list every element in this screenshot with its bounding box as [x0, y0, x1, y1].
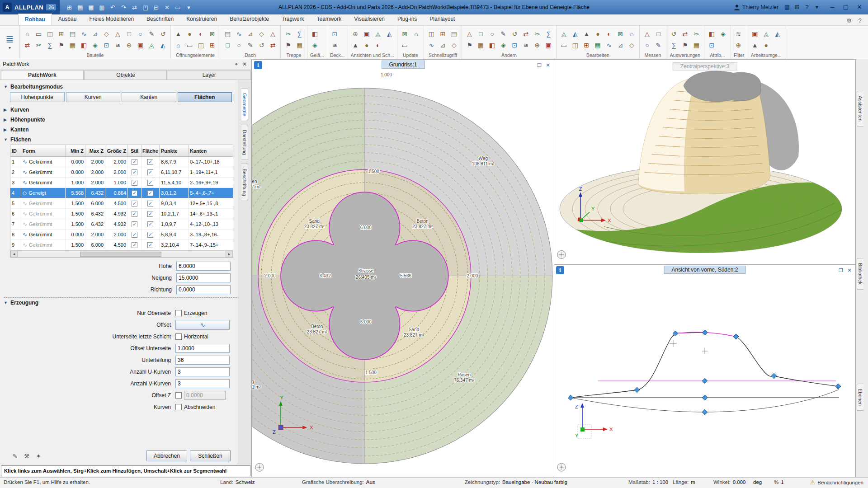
ribbon-tool-icon[interactable]: ⊿: [437, 40, 448, 51]
ribbon-tool-icon[interactable]: ▣: [543, 40, 554, 51]
ribbon-tool-icon[interactable]: ✂: [33, 40, 44, 51]
ribbon-tool-icon[interactable]: ◧: [309, 28, 321, 39]
scroll-right-icon[interactable]: ►: [226, 251, 233, 257]
mode-button-kanten[interactable]: Kanten: [122, 92, 176, 102]
ribbon-tool-icon[interactable]: ⌂: [173, 40, 184, 51]
ribbon-tool-icon[interactable]: ◫: [44, 28, 56, 39]
erzeugung-input[interactable]: 36: [175, 356, 230, 365]
info-icon[interactable]: i: [254, 61, 262, 69]
ribbon-tool-icon[interactable]: ◫: [570, 40, 581, 51]
ribbon-tool-icon[interactable]: ▣: [749, 28, 760, 39]
ribbon-tool-icon[interactable]: ⊠: [615, 28, 626, 39]
ribbon-tab-planlayout[interactable]: Planlayout: [423, 14, 461, 25]
ribbon-tool-icon[interactable]: ⚑: [283, 40, 294, 51]
apps-grid-icon[interactable]: ▦: [782, 2, 792, 12]
flaeche-checkbox[interactable]: ✓: [147, 221, 153, 227]
ribbon-tool-icon[interactable]: ◇: [448, 40, 460, 51]
column-header-punkte[interactable]: Punkte: [160, 145, 189, 156]
column-header-größe-z[interactable]: Größe Z: [105, 145, 128, 156]
viewport-close-icon[interactable]: ✕: [846, 267, 853, 274]
ribbon-tool-icon[interactable]: ↺: [256, 40, 267, 51]
plan-canvas[interactable]: 1.000 1.500 6.000 6.432 5.566 2.000 2.00…: [252, 70, 554, 477]
table-row[interactable]: 4◇Geneigt5.5686.4320.864✓✓3,0,1,25-,4+,6…: [10, 188, 233, 198]
checkbox[interactable]: [175, 333, 182, 340]
flaeche-checkbox[interactable]: ✓: [147, 159, 153, 165]
delete-icon[interactable]: ✕: [162, 2, 172, 12]
flaeche-checkbox[interactable]: ✓: [147, 201, 153, 206]
ribbon-tool-icon[interactable]: ▲: [350, 40, 361, 51]
info-icon[interactable]: i: [556, 266, 564, 274]
viewport-maximize-icon[interactable]: ❐: [837, 267, 844, 274]
ribbon-tab-tragwerk[interactable]: Tragwerk: [275, 14, 311, 25]
table-row[interactable]: 2∿Gekrümmt0.0002.0002.000✓✓6,11,10,71-,1…: [10, 167, 233, 178]
ribbon-tool-icon[interactable]: ◐: [604, 28, 615, 39]
ribbon-tool-icon[interactable]: ⊡: [329, 28, 340, 39]
ribbon-tool-icon[interactable]: ⊞: [581, 40, 592, 51]
ribbon-tab-plug-ins[interactable]: Plug-ins: [391, 14, 423, 25]
ribbon-tool-icon[interactable]: ⊞: [207, 40, 218, 51]
ribbon-tool-icon[interactable]: ◬: [146, 40, 157, 51]
more-arrow-icon[interactable]: ▾: [184, 2, 193, 12]
shop-icon[interactable]: ⊞: [792, 2, 802, 12]
ribbon-tool-icon[interactable]: ✂: [691, 28, 702, 39]
checkbox[interactable]: [175, 392, 182, 399]
stil-checkbox[interactable]: ✓: [132, 190, 137, 196]
section-bearbeitungsmodus[interactable]: ▼ Bearbeitungsmodus: [4, 82, 237, 92]
ribbon-tool-icon[interactable]: ⚑: [464, 40, 475, 51]
ribbon-tool-icon[interactable]: ✂: [532, 28, 543, 39]
ribbon-tool-icon[interactable]: ∿: [604, 40, 615, 51]
ribbon-tool-icon[interactable]: ◐: [373, 40, 384, 51]
side-tab-geometrie[interactable]: Geometrie: [241, 88, 248, 121]
ribbon-tool-icon[interactable]: ▣: [135, 40, 146, 51]
stil-checkbox[interactable]: ✓: [132, 211, 137, 217]
section-erzeugung[interactable]: ▼ Erzeugung: [4, 297, 237, 307]
section-flaechen[interactable]: ▼ Flächen: [4, 135, 237, 145]
flaeche-checkbox[interactable]: ✓: [147, 180, 153, 186]
panel-tab-patchwork[interactable]: PatchWork: [1, 70, 84, 80]
column-header-form[interactable]: Form: [21, 145, 66, 156]
flaeche-checkbox[interactable]: ✓: [147, 232, 153, 238]
ribbon-tool-icon[interactable]: ◈: [498, 40, 509, 51]
task-launcher-button[interactable]: ≣ ▾: [0, 26, 20, 59]
ribbon-tool-icon[interactable]: ▤: [67, 28, 78, 39]
ribbon-tool-icon[interactable]: ✎: [245, 40, 256, 51]
section-kanten[interactable]: ▶ Kanten: [4, 125, 237, 135]
ribbon-tool-icon[interactable]: ∑: [668, 40, 679, 51]
section-kurven[interactable]: ▶ Kurven: [4, 105, 237, 115]
ribbon-tool-icon[interactable]: △: [112, 28, 123, 39]
table-hscrollbar[interactable]: ◄ ►: [10, 250, 233, 257]
ribbon-tool-icon[interactable]: ▭: [184, 40, 195, 51]
swap-icon[interactable]: ⇄: [129, 2, 139, 12]
ribbon-tool-icon[interactable]: ●: [361, 40, 373, 51]
flaeche-checkbox[interactable]: ✓: [147, 211, 153, 217]
ribbon-tool-icon[interactable]: ⚑: [679, 40, 691, 51]
ribbon-tool-icon[interactable]: ▤: [222, 28, 233, 39]
ribbon-tool-icon[interactable]: ▲: [581, 28, 592, 39]
ribbon-tool-icon[interactable]: ◬: [760, 28, 772, 39]
ribbon-tool-icon[interactable]: □: [222, 40, 233, 51]
checkbox[interactable]: [175, 310, 182, 316]
viewport-maximize-icon[interactable]: ❐: [536, 61, 543, 69]
ribbon-tool-icon[interactable]: ⇄: [679, 28, 691, 39]
ribbon-tool-icon[interactable]: ◭: [157, 40, 169, 51]
ribbon-tool-icon[interactable]: ▦: [691, 40, 702, 51]
minus-box-icon[interactable]: ⊟: [151, 2, 161, 12]
stil-checkbox[interactable]: ✓: [132, 232, 137, 238]
edit-icon[interactable]: ✎: [10, 451, 20, 461]
column-header-stil[interactable]: Stil: [128, 145, 142, 156]
ribbon-tool-icon[interactable]: ◧: [78, 40, 90, 51]
ribbon-tool-icon[interactable]: ◭: [570, 28, 581, 39]
front-canvas[interactable]: Z X Y: [554, 276, 855, 478]
stil-checkbox[interactable]: ✓: [132, 180, 137, 186]
ribbon-tool-icon[interactable]: △: [464, 28, 475, 39]
ribbon-tool-icon[interactable]: ⊕: [123, 40, 135, 51]
ribbon-tool-icon[interactable]: ▤: [592, 40, 604, 51]
ribbon-tab-konstruieren[interactable]: Konstruieren: [180, 14, 223, 25]
ribbon-tool-icon[interactable]: ⊡: [101, 40, 112, 51]
ribbon-tool-icon[interactable]: □: [653, 28, 664, 39]
ribbon-tool-icon[interactable]: ⌂: [410, 28, 422, 39]
ribbon-tab-visualisieren[interactable]: Visualisieren: [348, 14, 391, 25]
ribbon-tool-icon[interactable]: ∿: [233, 28, 245, 39]
edge-tab-assistenten[interactable]: Assistenten: [857, 91, 863, 127]
ribbon-tool-icon[interactable]: ⊕: [733, 40, 744, 51]
